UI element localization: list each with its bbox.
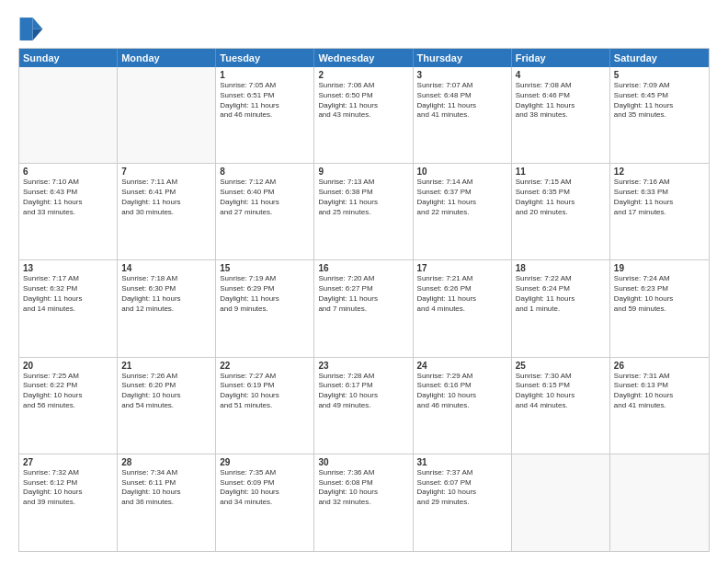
weekday-header: Sunday bbox=[19, 49, 118, 67]
cell-content: Sunrise: 7:16 AM Sunset: 6:33 PM Dayligh… bbox=[614, 178, 705, 217]
day-number: 19 bbox=[614, 263, 705, 273]
cell-content: Sunrise: 7:25 AM Sunset: 6:22 PM Dayligh… bbox=[23, 372, 113, 411]
cell-content: Sunrise: 7:29 AM Sunset: 6:16 PM Dayligh… bbox=[417, 372, 507, 411]
cell-content: Sunrise: 7:32 AM Sunset: 6:12 PM Dayligh… bbox=[23, 468, 113, 508]
weekday-header: Tuesday bbox=[216, 49, 314, 67]
calendar-cell: 3Sunrise: 7:07 AM Sunset: 6:48 PM Daylig… bbox=[414, 67, 512, 163]
day-number: 4 bbox=[516, 70, 606, 80]
calendar-cell: 28Sunrise: 7:34 AM Sunset: 6:11 PM Dayli… bbox=[118, 454, 216, 551]
cell-content: Sunrise: 7:06 AM Sunset: 6:50 PM Dayligh… bbox=[318, 81, 408, 121]
calendar-header: SundayMondayTuesdayWednesdayThursdayFrid… bbox=[19, 49, 709, 67]
calendar-row: 6Sunrise: 7:10 AM Sunset: 6:43 PM Daylig… bbox=[19, 164, 709, 260]
day-number: 13 bbox=[23, 263, 113, 273]
day-number: 31 bbox=[417, 457, 507, 467]
logo-icon bbox=[18, 15, 44, 40]
day-number: 11 bbox=[516, 167, 606, 177]
cell-content: Sunrise: 7:20 AM Sunset: 6:27 PM Dayligh… bbox=[318, 274, 408, 314]
calendar-cell: 4Sunrise: 7:08 AM Sunset: 6:46 PM Daylig… bbox=[512, 67, 610, 163]
calendar-cell: 30Sunrise: 7:36 AM Sunset: 6:08 PM Dayli… bbox=[314, 454, 413, 551]
cell-content: Sunrise: 7:17 AM Sunset: 6:32 PM Dayligh… bbox=[23, 274, 113, 314]
day-number: 23 bbox=[318, 361, 408, 371]
calendar-body: 1Sunrise: 7:05 AM Sunset: 6:51 PM Daylig… bbox=[19, 67, 709, 551]
weekday-header: Thursday bbox=[414, 49, 512, 67]
cell-content: Sunrise: 7:19 AM Sunset: 6:29 PM Dayligh… bbox=[220, 274, 310, 314]
page: SundayMondayTuesdayWednesdayThursdayFrid… bbox=[0, 0, 728, 563]
calendar-cell: 11Sunrise: 7:15 AM Sunset: 6:35 PM Dayli… bbox=[512, 164, 610, 259]
cell-content: Sunrise: 7:35 AM Sunset: 6:09 PM Dayligh… bbox=[220, 468, 310, 508]
cell-content: Sunrise: 7:05 AM Sunset: 6:51 PM Dayligh… bbox=[220, 81, 310, 121]
calendar-cell: 10Sunrise: 7:14 AM Sunset: 6:37 PM Dayli… bbox=[414, 164, 512, 259]
calendar-cell: 23Sunrise: 7:28 AM Sunset: 6:17 PM Dayli… bbox=[314, 358, 413, 454]
calendar: SundayMondayTuesdayWednesdayThursdayFrid… bbox=[18, 48, 710, 552]
cell-content: Sunrise: 7:07 AM Sunset: 6:48 PM Dayligh… bbox=[417, 81, 507, 121]
calendar-cell: 16Sunrise: 7:20 AM Sunset: 6:27 PM Dayli… bbox=[314, 260, 413, 356]
svg-marker-0 bbox=[33, 17, 43, 29]
calendar-cell: 6Sunrise: 7:10 AM Sunset: 6:43 PM Daylig… bbox=[19, 164, 118, 259]
cell-content: Sunrise: 7:28 AM Sunset: 6:17 PM Dayligh… bbox=[318, 372, 408, 411]
day-number: 14 bbox=[121, 263, 211, 273]
calendar-cell: 20Sunrise: 7:25 AM Sunset: 6:22 PM Dayli… bbox=[19, 358, 118, 454]
weekday-header: Wednesday bbox=[314, 49, 413, 67]
calendar-cell: 17Sunrise: 7:21 AM Sunset: 6:26 PM Dayli… bbox=[414, 260, 512, 356]
day-number: 28 bbox=[121, 457, 211, 467]
calendar-cell: 26Sunrise: 7:31 AM Sunset: 6:13 PM Dayli… bbox=[610, 358, 709, 454]
weekday-header: Saturday bbox=[610, 49, 709, 67]
calendar-row: 27Sunrise: 7:32 AM Sunset: 6:12 PM Dayli… bbox=[19, 454, 709, 551]
day-number: 29 bbox=[220, 457, 310, 467]
calendar-cell: 29Sunrise: 7:35 AM Sunset: 6:09 PM Dayli… bbox=[216, 454, 314, 551]
cell-content: Sunrise: 7:24 AM Sunset: 6:23 PM Dayligh… bbox=[614, 274, 705, 314]
day-number: 6 bbox=[23, 167, 113, 177]
calendar-cell: 27Sunrise: 7:32 AM Sunset: 6:12 PM Dayli… bbox=[19, 454, 118, 551]
calendar-cell bbox=[610, 454, 709, 551]
day-number: 18 bbox=[516, 263, 606, 273]
calendar-cell: 5Sunrise: 7:09 AM Sunset: 6:45 PM Daylig… bbox=[610, 67, 709, 163]
calendar-cell: 13Sunrise: 7:17 AM Sunset: 6:32 PM Dayli… bbox=[19, 260, 118, 356]
day-number: 2 bbox=[318, 70, 408, 80]
cell-content: Sunrise: 7:37 AM Sunset: 6:07 PM Dayligh… bbox=[417, 468, 507, 508]
day-number: 26 bbox=[614, 361, 705, 371]
day-number: 30 bbox=[318, 457, 408, 467]
day-number: 20 bbox=[23, 361, 113, 371]
cell-content: Sunrise: 7:15 AM Sunset: 6:35 PM Dayligh… bbox=[516, 178, 606, 217]
calendar-row: 20Sunrise: 7:25 AM Sunset: 6:22 PM Dayli… bbox=[19, 358, 709, 454]
calendar-cell: 2Sunrise: 7:06 AM Sunset: 6:50 PM Daylig… bbox=[314, 67, 413, 163]
calendar-cell: 8Sunrise: 7:12 AM Sunset: 6:40 PM Daylig… bbox=[216, 164, 314, 259]
calendar-cell bbox=[118, 67, 216, 163]
svg-rect-2 bbox=[20, 17, 33, 40]
calendar-cell: 14Sunrise: 7:18 AM Sunset: 6:30 PM Dayli… bbox=[118, 260, 216, 356]
day-number: 27 bbox=[23, 457, 113, 467]
calendar-row: 13Sunrise: 7:17 AM Sunset: 6:32 PM Dayli… bbox=[19, 260, 709, 357]
calendar-cell: 24Sunrise: 7:29 AM Sunset: 6:16 PM Dayli… bbox=[414, 358, 512, 454]
cell-content: Sunrise: 7:36 AM Sunset: 6:08 PM Dayligh… bbox=[318, 468, 408, 508]
day-number: 10 bbox=[417, 167, 507, 177]
calendar-row: 1Sunrise: 7:05 AM Sunset: 6:51 PM Daylig… bbox=[19, 67, 709, 164]
cell-content: Sunrise: 7:22 AM Sunset: 6:24 PM Dayligh… bbox=[516, 274, 606, 314]
cell-content: Sunrise: 7:21 AM Sunset: 6:26 PM Dayligh… bbox=[417, 274, 507, 314]
calendar-cell: 21Sunrise: 7:26 AM Sunset: 6:20 PM Dayli… bbox=[118, 358, 216, 454]
day-number: 22 bbox=[220, 361, 310, 371]
cell-content: Sunrise: 7:08 AM Sunset: 6:46 PM Dayligh… bbox=[516, 81, 606, 121]
calendar-cell: 9Sunrise: 7:13 AM Sunset: 6:38 PM Daylig… bbox=[314, 164, 413, 259]
svg-marker-1 bbox=[33, 29, 43, 40]
day-number: 24 bbox=[417, 361, 507, 371]
day-number: 1 bbox=[220, 70, 310, 80]
calendar-cell: 19Sunrise: 7:24 AM Sunset: 6:23 PM Dayli… bbox=[610, 260, 709, 356]
calendar-cell: 22Sunrise: 7:27 AM Sunset: 6:19 PM Dayli… bbox=[216, 358, 314, 454]
cell-content: Sunrise: 7:11 AM Sunset: 6:41 PM Dayligh… bbox=[121, 178, 211, 217]
calendar-cell: 25Sunrise: 7:30 AM Sunset: 6:15 PM Dayli… bbox=[512, 358, 610, 454]
day-number: 17 bbox=[417, 263, 507, 273]
day-number: 16 bbox=[318, 263, 408, 273]
cell-content: Sunrise: 7:10 AM Sunset: 6:43 PM Dayligh… bbox=[23, 178, 113, 217]
weekday-header: Friday bbox=[512, 49, 610, 67]
day-number: 9 bbox=[318, 167, 408, 177]
cell-content: Sunrise: 7:27 AM Sunset: 6:19 PM Dayligh… bbox=[220, 372, 310, 411]
cell-content: Sunrise: 7:14 AM Sunset: 6:37 PM Dayligh… bbox=[417, 178, 507, 217]
calendar-cell bbox=[512, 454, 610, 551]
day-number: 5 bbox=[614, 70, 705, 80]
calendar-cell: 12Sunrise: 7:16 AM Sunset: 6:33 PM Dayli… bbox=[610, 164, 709, 259]
day-number: 12 bbox=[614, 167, 705, 177]
day-number: 3 bbox=[417, 70, 507, 80]
calendar-cell: 31Sunrise: 7:37 AM Sunset: 6:07 PM Dayli… bbox=[414, 454, 512, 551]
cell-content: Sunrise: 7:12 AM Sunset: 6:40 PM Dayligh… bbox=[220, 178, 310, 217]
calendar-cell: 1Sunrise: 7:05 AM Sunset: 6:51 PM Daylig… bbox=[216, 67, 314, 163]
